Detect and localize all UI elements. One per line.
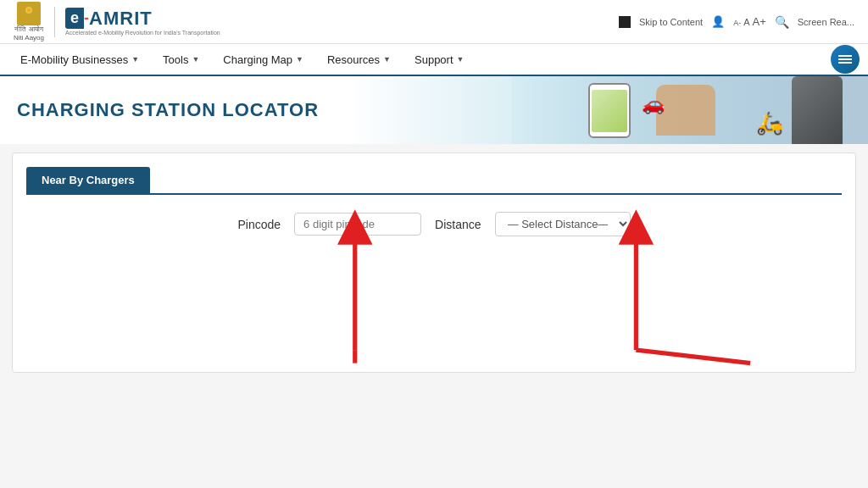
phone-screen [592,90,627,132]
niti-aayog-logo: नीति आयोग Niti Aayog [14,2,44,42]
font-increase[interactable]: A+ [752,15,765,28]
svg-line-8 [636,350,750,363]
eamrit-logo: e - AMRIT [65,8,220,30]
pincode-input[interactable] [294,213,421,236]
tab-nearby-chargers[interactable]: Near By Chargers [26,167,150,193]
accessibility-icon [619,16,631,28]
header-right: Skip to Content 👤 A- A A+ 🔍 Screen Rea..… [619,15,854,29]
main-navbar: E-Mobility Businesses ▼ Tools ▼ Charging… [0,44,868,76]
niti-label: नीति आयोग [14,25,42,34]
nav-item-charging-map[interactable]: Charging Map ▼ [211,43,315,75]
site-header: नीति आयोग Niti Aayog e - AMRIT Accelerat… [0,0,868,44]
phone-decoration [588,83,631,138]
skip-content-link[interactable]: Skip to Content [639,17,703,27]
main-content-card: Near By Chargers Pincode Distance — Sele… [12,152,856,373]
search-form-row: Pincode Distance — Select Distance— 5 km… [26,212,842,236]
logo-subtitle: Accelerated e-Mobility Revolution for In… [65,30,220,36]
distance-select[interactable]: — Select Distance— 5 km 10 km 20 km 50 k… [495,212,631,236]
pincode-label: Pincode [237,218,281,231]
nav-label-charging-map: Charging Map [223,53,292,66]
hero-banner: CHARGING STATION LOCATOR 🚗 🛵 [0,76,868,144]
chevron-down-icon: ▼ [296,55,303,64]
chevron-down-icon: ▼ [131,55,139,64]
annotation-arrows [13,179,855,372]
hand-decoration [656,85,715,136]
nav-item-resources[interactable]: Resources ▼ [315,43,403,75]
chevron-down-icon: ▼ [192,55,199,64]
font-size-controls: A- A A+ [733,15,766,28]
nav-item-support[interactable]: Support ▼ [403,43,476,75]
nav-label-support: Support [415,53,453,66]
nav-item-tools[interactable]: Tools ▼ [151,43,211,75]
niti-icon [17,2,41,25]
person-icon: 👤 [711,15,725,28]
svg-point-2 [27,8,31,12]
chevron-down-icon: ▼ [457,55,465,64]
nav-label-tools: Tools [163,53,188,66]
header-left: नीति आयोग Niti Aayog e - AMRIT Accelerat… [14,2,220,42]
logo-amrit: AMRIT [89,8,153,30]
font-normal[interactable]: A [743,17,749,27]
niti-english: Niti Aayog [14,34,44,42]
nav-label-resources: Resources [327,53,380,66]
screen-reader-link[interactable]: Screen Rea... [798,17,854,27]
search-icon[interactable]: 🔍 [775,15,789,29]
svg-rect-1 [23,14,35,21]
bike-decoration: 🛵 [756,110,783,136]
logo-divider [54,7,55,37]
font-decrease[interactable]: A- [733,19,741,27]
nav-item-emobility[interactable]: E-Mobility Businesses ▼ [8,43,151,75]
nav-menu-icon[interactable] [831,45,860,74]
nav-label-emobility: E-Mobility Businesses [20,53,128,66]
charger-decoration [792,76,843,144]
chevron-down-icon: ▼ [383,55,391,64]
tab-bar: Near By Chargers [26,167,842,195]
hero-image: 🚗 🛵 [512,76,868,144]
eamrit-logo-block: e - AMRIT Accelerated e-Mobility Revolut… [65,8,220,36]
distance-label: Distance [435,218,481,231]
car-decoration: 🚗 [642,93,665,115]
logo-e: e [65,8,84,29]
page-title: CHARGING STATION LOCATOR [0,99,319,121]
